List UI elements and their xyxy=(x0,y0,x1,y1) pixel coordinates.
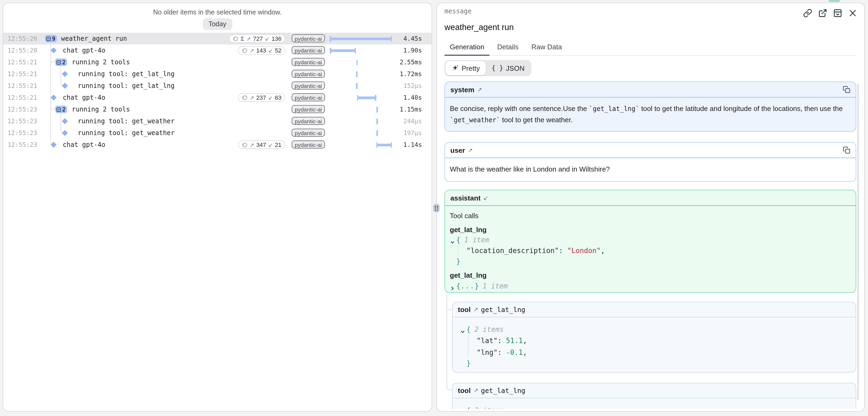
copy-link-icon[interactable] xyxy=(803,8,812,18)
tokens-out-arrow: ↙ xyxy=(265,36,270,41)
trace-row[interactable]: 12:55:21running tool: get_lat_lngpydanti… xyxy=(3,80,432,92)
trace-row[interactable]: 12:55:23running tool: get_weatherpydanti… xyxy=(3,115,432,127)
chevron-down-icon[interactable] xyxy=(460,408,465,409)
trace-row[interactable]: 12:55:23chat gpt-4o↗347↙21pydantic-ai1.1… xyxy=(3,139,432,151)
outbound-arrow-icon[interactable]: ↗ xyxy=(473,387,478,394)
role-label: system xyxy=(451,86,474,94)
trace-row[interactable]: 12:55:20chat gpt-4o↗143↙52pydantic-ai1.9… xyxy=(3,44,432,56)
open-external-icon[interactable] xyxy=(818,8,827,18)
token-usage-badge: Σ↗727↙136 xyxy=(229,34,285,43)
timeline-track xyxy=(330,127,395,139)
minus-square-icon xyxy=(56,60,61,65)
tab-details[interactable]: Details xyxy=(492,43,524,55)
trace-list-panel: No older items in the selected time wind… xyxy=(3,3,432,412)
span-title: running 2 tools xyxy=(72,58,130,66)
span-duration: 152µs xyxy=(403,82,422,90)
scope-tag[interactable]: pydantic-ai xyxy=(292,82,325,90)
timeline-track xyxy=(330,115,395,127)
span-title: chat gpt-4o xyxy=(63,141,105,149)
duration-bar xyxy=(330,37,392,40)
duration-tick xyxy=(376,130,378,136)
today-button[interactable]: Today xyxy=(203,18,232,30)
span-title: running tool: get_weather xyxy=(78,129,175,137)
timeline-track xyxy=(330,33,395,44)
tool-result-card: tool ↗ get_lat_lng {2 items "lat": 51.1,… xyxy=(452,302,856,373)
collapse-toggle-badge[interactable]: 2 xyxy=(55,58,67,66)
inbound-arrow-icon[interactable]: ↙ xyxy=(483,194,488,201)
chevron-down-icon[interactable] xyxy=(450,237,455,243)
detail-title: weather_agent run xyxy=(444,23,514,32)
row-timestamp: 12:55:21 xyxy=(7,94,37,101)
trace-row[interactable]: 12:55:209weather_agent runΣ↗727↙136pydan… xyxy=(3,33,432,44)
scope-tag[interactable]: pydantic-ai xyxy=(292,117,325,125)
role-label: assistant xyxy=(451,194,480,202)
trace-row[interactable]: 12:55:232running 2 toolspydantic-ai1.15m… xyxy=(3,103,432,115)
grip-dots-icon xyxy=(435,205,438,211)
trace-row[interactable]: 12:55:23running tool: get_weatherpydanti… xyxy=(3,127,432,139)
timeline-track xyxy=(330,103,395,115)
close-icon[interactable] xyxy=(848,8,857,18)
row-timestamp: 12:55:23 xyxy=(7,118,37,125)
braces-icon: { } xyxy=(492,64,503,72)
chevron-right-icon[interactable] xyxy=(450,283,455,289)
row-timestamp: 12:55:23 xyxy=(7,129,37,137)
panel-resize-handle[interactable] xyxy=(433,204,440,212)
span-diamond-icon xyxy=(62,130,68,136)
tool-name: get_lat_lng xyxy=(481,306,525,314)
json-root-line: {1 item xyxy=(450,235,850,246)
tab-generation[interactable]: Generation xyxy=(444,43,490,56)
trace-row[interactable]: 12:55:21running tool: get_lat_lngpydanti… xyxy=(3,68,432,80)
span-duration: 1.15ms xyxy=(400,106,422,113)
pretty-toggle-button[interactable]: Pretty xyxy=(445,61,486,75)
scope-tag[interactable]: pydantic-ai xyxy=(292,105,325,113)
bar-cap xyxy=(376,142,377,148)
span-duration: 244µs xyxy=(403,118,422,125)
scrollbar-thumb[interactable] xyxy=(857,84,859,400)
token-usage-badge: ↗237↙63 xyxy=(238,93,285,102)
row-timestamp: 12:55:20 xyxy=(7,46,37,54)
bar-cap xyxy=(330,47,331,53)
detail-scroll-area[interactable]: message weather_agent run Generation D xyxy=(437,3,864,409)
duration-bar xyxy=(330,49,356,52)
role-label: user xyxy=(451,146,465,154)
duration-tick xyxy=(376,106,378,112)
trace-row[interactable]: 12:55:212running 2 toolspydantic-ai2.55m… xyxy=(3,56,432,68)
dock-panel-icon[interactable] xyxy=(833,8,842,18)
duration-bar xyxy=(357,96,376,99)
tokens-out-arrow: ↙ xyxy=(268,142,273,148)
span-duration: 1.14s xyxy=(403,141,422,149)
system-message-text: Be concise, reply with one sentence.Use … xyxy=(445,98,856,131)
tokens-in-arrow: ↗ xyxy=(246,36,251,41)
tool-call-name: get_lat_lng xyxy=(450,224,850,235)
json-toggle-button[interactable]: { } JSON xyxy=(486,61,530,75)
collapse-toggle-badge[interactable]: 9 xyxy=(45,35,57,42)
trace-rows: 12:55:209weather_agent runΣ↗727↙136pydan… xyxy=(3,33,432,156)
tool-result-card: tool ↗ get_lat_lng {2 items xyxy=(452,383,856,409)
span-diamond-icon xyxy=(62,118,68,124)
bar-cap xyxy=(330,36,331,41)
copy-icon[interactable] xyxy=(843,86,850,93)
scope-tag[interactable]: pydantic-ai xyxy=(292,58,325,66)
scope-tag[interactable]: pydantic-ai xyxy=(292,129,325,137)
chevron-down-icon[interactable] xyxy=(460,327,465,332)
scope-tag[interactable]: pydantic-ai xyxy=(292,93,325,101)
scope-tag[interactable]: pydantic-ai xyxy=(292,46,325,54)
message-card-system: system ↗ Be concise, reply with one sent… xyxy=(444,82,856,132)
span-duration: 1.90s xyxy=(403,46,422,54)
trace-row[interactable]: 12:55:21chat gpt-4o↗237↙63pydantic-ai1.4… xyxy=(3,92,432,103)
tool-name: get_lat_lng xyxy=(481,386,525,394)
timeline-track xyxy=(330,68,395,80)
scope-tag[interactable]: pydantic-ai xyxy=(292,70,325,78)
outbound-arrow-icon[interactable]: ↗ xyxy=(477,86,482,93)
outbound-arrow-icon[interactable]: ↗ xyxy=(468,147,473,154)
duration-tick xyxy=(356,71,358,77)
span-title: running tool: get_weather xyxy=(78,118,175,125)
outbound-arrow-icon[interactable]: ↗ xyxy=(473,306,478,313)
collapse-toggle-badge[interactable]: 2 xyxy=(55,106,67,113)
scope-tag[interactable]: pydantic-ai xyxy=(292,34,325,42)
scope-tag[interactable]: pydantic-ai xyxy=(292,140,325,149)
tab-raw-data[interactable]: Raw Data xyxy=(526,43,567,55)
span-diamond-icon xyxy=(62,83,68,89)
copy-icon[interactable] xyxy=(843,146,850,154)
json-collapsed-line: {...}1 item xyxy=(450,281,850,291)
